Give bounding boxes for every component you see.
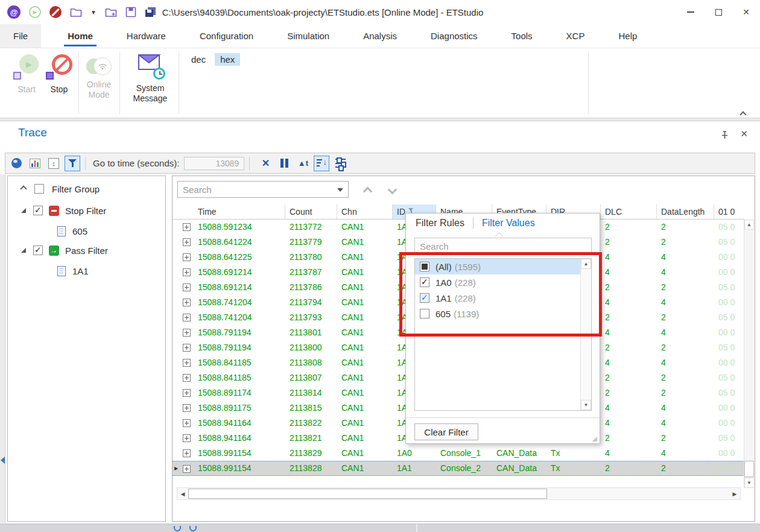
horizontal-scrollbar[interactable]: ◀ ▶	[177, 487, 741, 500]
table-row[interactable]: ▶ 15088.991154 2113828 CAN1 1A1 Console_…	[173, 461, 744, 476]
resize-grip-icon[interactable]	[592, 436, 597, 442]
expand-plus-icon[interactable]	[183, 299, 191, 306]
collapse-chevron-icon[interactable]	[20, 185, 27, 192]
expand-plus-icon[interactable]	[183, 374, 191, 382]
sort-button[interactable]	[314, 156, 329, 171]
row-expand-toggle[interactable]	[180, 385, 194, 401]
menu-file[interactable]: File	[0, 24, 41, 48]
tree-item-1a1[interactable]: 1A1	[8, 263, 89, 279]
scroll-right-icon[interactable]: ▶	[730, 489, 739, 499]
maximize-button[interactable]	[705, 0, 732, 24]
menu-diagnostics[interactable]: Diagnostics	[419, 24, 490, 48]
row-expand-toggle[interactable]	[180, 446, 194, 461]
trace-close-icon[interactable]: ✕	[740, 128, 748, 139]
display-mode-button[interactable]	[8, 156, 24, 171]
menu-xcp[interactable]: XCP	[554, 24, 597, 48]
goto-time-input[interactable]	[184, 157, 244, 170]
row-expand-toggle[interactable]	[180, 325, 194, 340]
menu-analysis[interactable]: Analysis	[351, 24, 409, 48]
search-next-icon[interactable]	[388, 185, 397, 194]
row-expand-toggle[interactable]	[180, 431, 194, 446]
tab-filter-rules[interactable]: Filter Rules	[416, 218, 464, 229]
close-button[interactable]: ✕	[732, 0, 760, 24]
expand-plus-icon[interactable]	[183, 344, 191, 352]
expand-triangle-icon[interactable]	[21, 248, 26, 253]
menu-tools[interactable]: Tools	[499, 24, 545, 48]
search-prev-icon[interactable]	[363, 186, 373, 196]
pass-filter-checkbox[interactable]	[33, 245, 43, 255]
clear-trace-button[interactable]: ✕	[258, 156, 273, 171]
delta-time-button[interactable]: ▲t	[295, 156, 311, 171]
row-expand-toggle[interactable]	[180, 416, 194, 431]
row-expand-toggle[interactable]	[180, 295, 194, 310]
menu-hardware[interactable]: Hardware	[115, 24, 178, 48]
col-header-time[interactable]: Time	[194, 204, 285, 219]
row-expand-toggle[interactable]	[180, 401, 194, 416]
row-expand-toggle[interactable]	[180, 310, 194, 325]
filter-group-checkbox[interactable]	[34, 184, 44, 194]
row-expand-toggle[interactable]	[180, 340, 194, 355]
tree-item-stop-filter[interactable]: Stop Filter	[8, 203, 106, 218]
row-expand-toggle[interactable]	[180, 355, 194, 370]
expand-plus-icon[interactable]	[183, 223, 191, 231]
hex-toggle[interactable]: hex	[215, 53, 240, 66]
row-expand-toggle[interactable]	[180, 370, 194, 385]
pause-button[interactable]	[276, 156, 292, 171]
expand-plus-icon[interactable]	[183, 465, 191, 473]
row-expand-toggle[interactable]	[180, 220, 194, 235]
menu-help[interactable]: Help	[606, 24, 649, 48]
menu-home[interactable]: Home	[55, 24, 105, 48]
vertical-scrollbar[interactable]: ▲ ▼	[744, 220, 754, 488]
expand-triangle-icon[interactable]	[21, 208, 26, 213]
row-expand-toggle[interactable]	[180, 265, 194, 280]
menu-simulation[interactable]: Simulation	[275, 24, 341, 48]
scroll-down-icon[interactable]: ▼	[581, 400, 591, 410]
row-expand-toggle[interactable]	[180, 461, 194, 475]
expand-plus-icon[interactable]	[183, 314, 191, 321]
expand-plus-icon[interactable]	[183, 419, 191, 427]
trace-search-combo[interactable]	[177, 181, 349, 198]
tree-item-filter-group[interactable]: Filter Group	[8, 181, 100, 197]
stop-button[interactable]: Stop	[37, 54, 81, 95]
row-expand-toggle[interactable]	[180, 280, 194, 295]
tree-item-605[interactable]: 605	[8, 223, 87, 239]
trace-search-input[interactable]	[178, 182, 334, 197]
expand-rows-button[interactable]: ↕	[46, 156, 62, 171]
stop-filter-checkbox[interactable]	[33, 206, 43, 215]
expand-plus-icon[interactable]	[183, 329, 191, 337]
expand-plus-icon[interactable]	[183, 238, 191, 246]
statistics-button[interactable]	[27, 156, 43, 171]
clear-filter-button[interactable]: Clear Filter	[414, 423, 478, 440]
horizontal-scroll-thumb[interactable]	[188, 489, 547, 499]
expand-plus-icon[interactable]	[183, 359, 191, 367]
tab-filter-values[interactable]: Filter Values	[482, 218, 535, 229]
scroll-up-icon[interactable]: ▲	[744, 220, 754, 230]
scroll-left-icon[interactable]: ◀	[178, 489, 188, 499]
expand-plus-icon[interactable]	[183, 268, 191, 276]
minimize-button[interactable]	[677, 0, 705, 24]
system-message-button[interactable]: System Message	[124, 54, 176, 104]
expand-plus-icon[interactable]	[183, 283, 191, 291]
vertical-scroll-thumb[interactable]	[744, 461, 754, 477]
col-header-chn[interactable]: Chn	[337, 204, 393, 219]
col-header-count[interactable]: Count	[285, 204, 337, 219]
pin-icon[interactable]	[720, 131, 729, 139]
expand-plus-icon[interactable]	[183, 253, 191, 261]
row-expand-toggle[interactable]	[180, 250, 194, 265]
settings-button[interactable]	[332, 156, 348, 171]
expand-plus-icon[interactable]	[183, 434, 191, 442]
col-header-data[interactable]: 01 0	[714, 204, 744, 219]
col-header-datalength[interactable]: DataLength	[657, 204, 714, 219]
expand-plus-icon[interactable]	[183, 449, 191, 457]
collapse-ribbon-icon[interactable]	[741, 109, 747, 115]
table-row[interactable]: 15088.991154 2113829 CAN1 1A0 Console_1 …	[173, 446, 744, 461]
scroll-down-icon[interactable]: ▼	[744, 478, 754, 488]
tree-item-pass-filter[interactable]: → Pass Filter	[8, 242, 108, 258]
expand-plus-icon[interactable]	[183, 404, 191, 412]
row-expand-toggle[interactable]	[180, 235, 194, 250]
combo-caret-icon[interactable]	[337, 188, 343, 192]
collapse-left-arrow-icon[interactable]	[1, 457, 5, 464]
menu-configuration[interactable]: Configuration	[188, 24, 265, 48]
expand-plus-icon[interactable]	[183, 389, 191, 397]
col-header-dlc[interactable]: DLC	[601, 204, 657, 219]
